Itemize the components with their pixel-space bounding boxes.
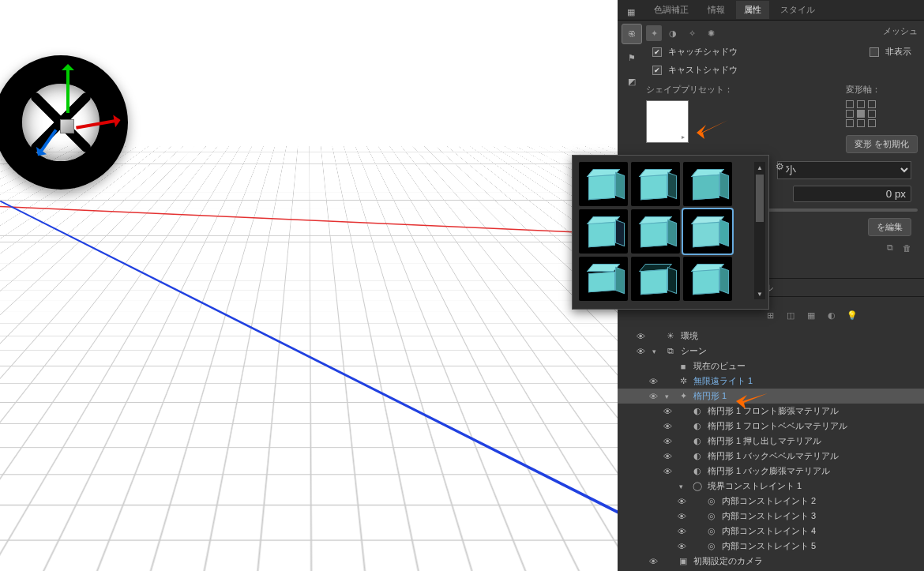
shape-preset-label: シェイププリセット： [646, 84, 733, 96]
tree-mat-1[interactable]: 👁◐楕円形 1 フロントベベルマテリアル [618, 419, 924, 434]
side-icon-strip: ֎ ⚑ ◩ [619, 24, 644, 92]
scroll-up-icon[interactable]: ▲ [754, 162, 765, 173]
preset-cell-3[interactable] [683, 162, 732, 206]
preset-cell-7[interactable] [579, 257, 628, 301]
view-icon[interactable]: ◫ [783, 308, 798, 322]
object-wheel[interactable] [0, 55, 128, 190]
panel-tabs: 色調補正 情報 属性 スタイル [618, 0, 924, 21]
tree-mat-2[interactable]: 👁◐楕円形 1 押し出しマテリアル [618, 434, 924, 449]
callout-arrow-3 [734, 389, 769, 412]
tree-view[interactable]: ■現在のビュー [618, 359, 924, 374]
mode-sphere-icon[interactable]: ◑ [665, 25, 681, 41]
cast-shadow-checkbox[interactable] [652, 66, 662, 75]
tree-bound-constraint[interactable]: ▾◯境界コンストレイント 1 [618, 479, 924, 494]
preset-scrollbar[interactable]: ▲ ▼ [754, 162, 765, 299]
tree-inner-3[interactable]: 👁◎内部コンストレイント 5 [618, 539, 924, 554]
preset-cell-8[interactable] [631, 257, 680, 301]
mesh-icon[interactable]: ▦ [804, 308, 818, 322]
viewport-3d[interactable] [0, 0, 618, 571]
deform-axis-grid[interactable] [846, 100, 918, 127]
filter-icon[interactable]: ⊞ [763, 308, 777, 322]
depth-field[interactable] [793, 186, 911, 202]
preset-gear-icon[interactable]: ⚙▾ [776, 161, 789, 172]
preset-cell-1[interactable] [579, 162, 628, 206]
mode-star-icon[interactable]: ✦ [646, 25, 662, 41]
preset-cell-9[interactable] [683, 257, 732, 301]
scene-tree: 👁☀環境 👁▾⧉シーン ■現在のビュー 👁✲無限遠ライト 1 👁▾✦楕円形 1 … [618, 327, 924, 570]
reset-deform-button[interactable]: 変形 を初期化 [846, 135, 918, 153]
tree-light[interactable]: 👁✲無限遠ライト 1 [618, 374, 924, 389]
tree-camera[interactable]: 👁▣初期設定のカメラ [618, 554, 924, 569]
swatch-icon[interactable]: ◩ [622, 71, 642, 92]
shape-preset-popup[interactable]: ▲ ▼ [572, 155, 769, 310]
tree-mat-4[interactable]: 👁◐楕円形 1 バック膨張マテリアル [618, 464, 924, 479]
tree-inner-0[interactable]: 👁◎内部コンストレイント 2 [618, 494, 924, 509]
panel-grid-icon[interactable]: ▦ [621, 2, 641, 22]
tree-shape[interactable]: 👁▾✦楕円形 1 [618, 389, 924, 404]
size-dropdown[interactable]: 小 [777, 161, 911, 179]
scene-panel: ⊞ ◫ ▦ ◐ 💡 👁☀環境 👁▾⧉シーン ■現在のビュー 👁✲無限遠ライト 1… [618, 303, 924, 571]
light-icon[interactable]: 💡 [845, 308, 859, 322]
flag-icon[interactable]: ⚑ [622, 47, 642, 68]
hide-label: 非表示 [885, 46, 911, 58]
catch-shadow-label: キャッチシャドウ [668, 46, 738, 58]
callout-arrow-1 [695, 117, 730, 141]
mode-wand-icon[interactable]: ✧ [684, 25, 700, 41]
shape-preset-thumb[interactable] [646, 100, 689, 143]
tree-scene[interactable]: 👁▾⧉シーン [618, 344, 924, 359]
material-icon[interactable]: ◐ [824, 308, 839, 322]
preset-cell-4[interactable] [579, 209, 628, 254]
hide-checkbox[interactable] [870, 47, 879, 57]
tab-style[interactable]: スタイル [772, 1, 823, 19]
tree-environment[interactable]: 👁☀環境 [618, 329, 924, 344]
mode-icons: ✦ ◑ ✧ ✺ メッシュ [646, 21, 918, 43]
mode-burst-icon[interactable]: ✺ [703, 25, 719, 41]
tree-mat-0[interactable]: 👁◐楕円形 1 フロント膨張マテリアル [618, 404, 924, 419]
scroll-down-icon[interactable]: ▼ [754, 288, 765, 299]
tab-color[interactable]: 色調補正 [646, 1, 697, 19]
tree-inner-2[interactable]: 👁◎内部コンストレイント 4 [618, 524, 924, 539]
mesh-label: メッシュ [883, 25, 918, 41]
spiral-icon[interactable]: ֎ [622, 24, 642, 44]
ground-grid [0, 177, 618, 571]
preset-cell-2[interactable] [631, 162, 680, 206]
tab-attributes[interactable]: 属性 [736, 1, 769, 19]
deform-axis-label: 変形軸： [846, 84, 918, 96]
cast-shadow-label: キャストシャドウ [668, 64, 738, 76]
preset-cell-6[interactable] [683, 209, 732, 254]
preset-cell-5[interactable] [631, 209, 680, 254]
edit-texture-button[interactable]: を編集 [868, 218, 911, 236]
catch-shadow-checkbox[interactable] [652, 47, 662, 57]
tree-inner-1[interactable]: 👁◎内部コンストレイント 3 [618, 509, 924, 524]
tree-mat-3[interactable]: 👁◐楕円形 1 バックベベルマテリアル [618, 449, 924, 464]
duplicate-icon[interactable]: ⧉ [887, 242, 893, 253]
tab-info[interactable]: 情報 [700, 1, 733, 19]
trash-icon[interactable]: 🗑 [903, 243, 911, 253]
